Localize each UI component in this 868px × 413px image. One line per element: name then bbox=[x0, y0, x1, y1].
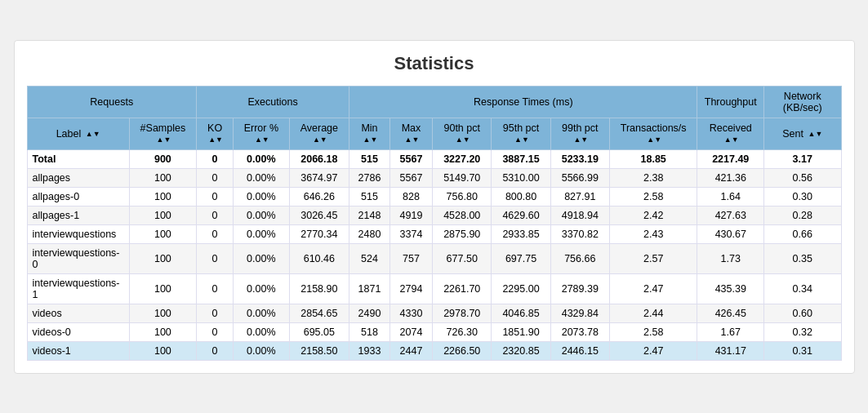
table-cell: 646.26 bbox=[289, 187, 349, 206]
table-row: allpages-010000.00%646.26515828756.80800… bbox=[27, 187, 841, 206]
table-cell: 4046.85 bbox=[492, 304, 550, 322]
table-cell: 2.44 bbox=[609, 304, 697, 322]
table-cell: 431.17 bbox=[697, 341, 764, 360]
table-cell: 4528.00 bbox=[433, 206, 492, 224]
table-cell: 1851.90 bbox=[492, 322, 550, 341]
table-cell: 757 bbox=[389, 243, 432, 273]
table-cell: 0.00% bbox=[234, 243, 289, 273]
col-average[interactable]: Average ▲▼ bbox=[289, 118, 349, 149]
table-cell: videos-0 bbox=[27, 322, 129, 341]
table-cell: 2.58 bbox=[609, 322, 697, 341]
table-cell: Total bbox=[27, 149, 129, 168]
table-cell: 0.00% bbox=[234, 187, 289, 206]
table-cell: 800.80 bbox=[492, 187, 550, 206]
table-cell: 5567 bbox=[389, 168, 432, 187]
statistics-container: Statistics Requests Executions Response … bbox=[14, 40, 855, 374]
table-cell: 2.43 bbox=[609, 224, 697, 243]
sort-min-icon: ▲▼ bbox=[363, 136, 378, 144]
table-cell: 0.30 bbox=[764, 187, 841, 206]
table-cell: 1871 bbox=[349, 273, 390, 304]
sort-error-icon: ▲▼ bbox=[255, 136, 269, 144]
col-max[interactable]: Max ▲▼ bbox=[389, 118, 432, 149]
table-cell: 2786 bbox=[349, 168, 390, 187]
table-cell: 827.91 bbox=[550, 187, 609, 206]
table-cell: interviewquestions bbox=[27, 224, 129, 243]
col-pct95[interactable]: 95th pct ▲▼ bbox=[492, 118, 550, 149]
table-cell: 0 bbox=[197, 187, 234, 206]
table-body: Total90000.00%2066.1851555673227.203887.… bbox=[27, 149, 841, 360]
table-cell: videos-1 bbox=[27, 341, 129, 360]
table-cell: 0.60 bbox=[764, 304, 841, 322]
sort-tps-icon: ▲▼ bbox=[647, 136, 661, 144]
table-cell: 1.64 bbox=[697, 187, 764, 206]
col-min[interactable]: Min ▲▼ bbox=[349, 118, 390, 149]
table-cell: 2794 bbox=[389, 273, 432, 304]
table-cell: 0 bbox=[197, 273, 234, 304]
table-row: interviewquestions-110000.00%2158.901871… bbox=[27, 273, 841, 304]
table-row: allpages10000.00%3674.97278655675149.705… bbox=[27, 168, 841, 187]
table-cell: allpages-0 bbox=[27, 187, 129, 206]
table-cell: 4919 bbox=[389, 206, 432, 224]
page-title: Statistics bbox=[27, 53, 842, 74]
table-cell: 756.80 bbox=[433, 187, 492, 206]
col-label[interactable]: Label ▲▼ bbox=[27, 118, 129, 149]
table-cell: 3.17 bbox=[764, 149, 841, 168]
table-cell: 3227.20 bbox=[433, 149, 492, 168]
table-cell: interviewquestions-0 bbox=[27, 243, 129, 273]
sort-pct95-icon: ▲▼ bbox=[514, 136, 529, 144]
table-cell: 2261.70 bbox=[433, 273, 492, 304]
table-cell: 697.75 bbox=[492, 243, 550, 273]
table-cell: 756.66 bbox=[550, 243, 609, 273]
table-cell: 435.39 bbox=[697, 273, 764, 304]
table-cell: 2074 bbox=[389, 322, 432, 341]
col-samples[interactable]: #Samples ▲▼ bbox=[129, 118, 196, 149]
table-cell: 2770.34 bbox=[289, 224, 349, 243]
table-cell: 677.50 bbox=[433, 243, 492, 273]
table-cell: 430.67 bbox=[697, 224, 764, 243]
table-cell: 0 bbox=[197, 149, 234, 168]
table-cell: 100 bbox=[129, 243, 196, 273]
table-cell: 0 bbox=[197, 341, 234, 360]
table-cell: 427.63 bbox=[697, 206, 764, 224]
sort-max-icon: ▲▼ bbox=[405, 136, 420, 144]
group-network: Network (KB/sec) bbox=[764, 86, 841, 118]
table-cell: 100 bbox=[129, 341, 196, 360]
table-cell: 524 bbox=[349, 243, 390, 273]
table-cell: 100 bbox=[129, 168, 196, 187]
table-cell: 5310.00 bbox=[492, 168, 550, 187]
group-header-row: Requests Executions Response Times (ms) … bbox=[27, 86, 841, 118]
table-cell: 0 bbox=[197, 243, 234, 273]
table-cell: 2480 bbox=[349, 224, 390, 243]
table-row: videos-010000.00%695.055182074726.301851… bbox=[27, 322, 841, 341]
group-response-times: Response Times (ms) bbox=[349, 86, 697, 118]
table-cell: 2148 bbox=[349, 206, 390, 224]
col-error[interactable]: Error % ▲▼ bbox=[234, 118, 289, 149]
col-received[interactable]: Received ▲▼ bbox=[697, 118, 764, 149]
table-row: interviewquestions-010000.00%610.4652475… bbox=[27, 243, 841, 273]
table-cell: 2158.90 bbox=[289, 273, 349, 304]
table-cell: 828 bbox=[389, 187, 432, 206]
table-cell: 4330 bbox=[389, 304, 432, 322]
table-cell: 2978.70 bbox=[433, 304, 492, 322]
col-pct99[interactable]: 99th pct ▲▼ bbox=[550, 118, 609, 149]
table-cell: 0 bbox=[197, 304, 234, 322]
table-cell: 2295.00 bbox=[492, 273, 550, 304]
table-cell: 0.00% bbox=[234, 304, 289, 322]
sort-label-icon: ▲▼ bbox=[86, 131, 100, 138]
table-cell: 2266.50 bbox=[433, 341, 492, 360]
table-cell: interviewquestions-1 bbox=[27, 273, 129, 304]
col-ko[interactable]: KO ▲▼ bbox=[197, 118, 234, 149]
table-cell: 3374 bbox=[389, 224, 432, 243]
table-row: interviewquestions10000.00%2770.34248033… bbox=[27, 224, 841, 243]
table-cell: 0 bbox=[197, 168, 234, 187]
col-tps[interactable]: Transactions/s ▲▼ bbox=[609, 118, 697, 149]
col-sent[interactable]: Sent ▲▼ bbox=[764, 118, 841, 149]
table-cell: 0.66 bbox=[764, 224, 841, 243]
sort-pct99-icon: ▲▼ bbox=[573, 136, 588, 144]
table-cell: 0.00% bbox=[234, 206, 289, 224]
col-pct90[interactable]: 90th pct ▲▼ bbox=[433, 118, 492, 149]
table-cell: 0.00% bbox=[234, 224, 289, 243]
table-cell: 2.47 bbox=[609, 341, 697, 360]
group-throughput: Throughput bbox=[697, 86, 764, 118]
table-cell: 5233.19 bbox=[550, 149, 609, 168]
